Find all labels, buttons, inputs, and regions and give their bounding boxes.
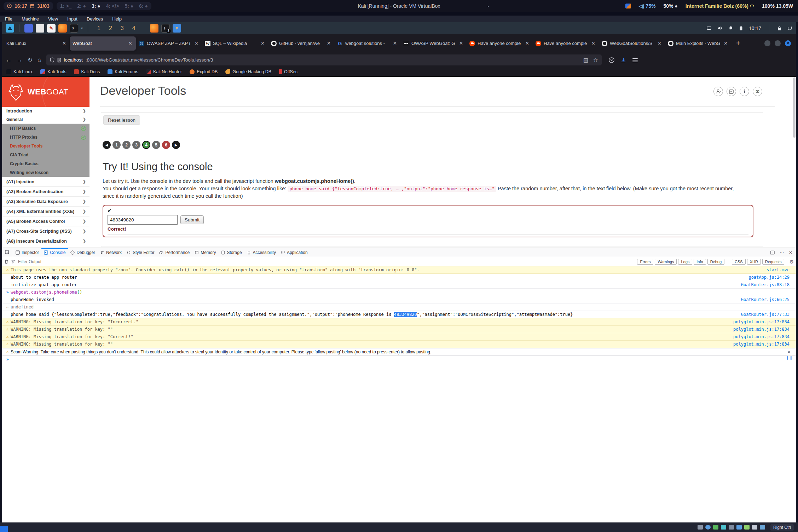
volume-tray-icon[interactable] <box>717 26 723 30</box>
chevron-down-icon[interactable]: ▾ <box>81 26 83 30</box>
sidebar-item-a8-insecure-deserialization[interactable]: (A8) Insecure Deserialization❯ <box>2 236 89 246</box>
tab-owasp-zap[interactable]: ◎ OWASP ZAP – ZAP i✕ <box>136 36 202 51</box>
file-manager-icon[interactable] <box>24 24 33 33</box>
notification-bell-icon[interactable] <box>728 26 733 30</box>
close-window-button[interactable]: ✕ <box>785 40 791 46</box>
source-link[interactable]: GoatRouter.js:66:25 <box>737 296 795 303</box>
workspace-2[interactable]: 2: ● <box>77 3 86 9</box>
reload-button[interactable]: ↻ <box>28 56 33 64</box>
bookmark-exploit-db[interactable]: Exploit-DB <box>190 69 218 74</box>
sidebar-item-http-proxies[interactable]: HTTP Proxies✔ <box>2 133 89 141</box>
page-button-3[interactable]: 3 <box>132 141 140 149</box>
menu-file[interactable]: File <box>5 16 12 22</box>
menu-devices[interactable]: Devices <box>87 16 103 22</box>
split-console-icon[interactable] <box>770 250 775 255</box>
tab-reddit-1[interactable]: Have anyone comple✕ <box>467 36 533 51</box>
devtools-close-icon[interactable]: ✕ <box>789 250 792 255</box>
source-link[interactable]: polyglot.min.js:17:834 <box>729 341 795 348</box>
bookmark-google-hacking-db[interactable]: Google Hacking DB <box>225 69 271 74</box>
text-editor-icon[interactable]: ✎ <box>47 24 56 33</box>
bookmark-kali-tools[interactable]: Kali Tools <box>40 69 66 74</box>
submit-button[interactable]: Submit <box>180 215 204 224</box>
page-button-6-danger[interactable]: 6 <box>162 141 170 149</box>
page-button-4-active[interactable]: 4 <box>142 141 150 149</box>
workspace-5[interactable]: 5: ● <box>125 3 133 9</box>
sidebar-item-a7-xss[interactable]: (A7) Cross-Site Scripting (XSS)❯ <box>2 226 89 236</box>
menu-view[interactable]: View <box>48 16 58 22</box>
tab-webgoat-active[interactable]: WebGoat✕ <box>70 36 136 51</box>
tab-close-icon[interactable]: ✕ <box>392 41 398 46</box>
tab-owasp-webgoat[interactable]: OWASP WebGoat: G✕ <box>400 36 467 51</box>
tab-console-active[interactable]: Console <box>41 248 68 257</box>
workspace-6[interactable]: 6: ● <box>139 3 148 9</box>
sidebar-item-crypto-basics[interactable]: Crypto Basics <box>2 159 89 168</box>
tab-network[interactable]: Network <box>98 248 124 257</box>
tab-accessibility[interactable]: Accessibility <box>244 248 278 257</box>
clear-console-icon[interactable] <box>4 259 8 264</box>
sidebar-item-a1-injection[interactable]: (A1) Injection❯ <box>2 177 89 187</box>
bookmark-kali-docs[interactable]: Kali Docs <box>74 69 100 74</box>
tab-storage[interactable]: Storage <box>219 248 244 257</box>
workspace-switcher[interactable]: 1: >_ 2: ● 3: ● 4: </> 5: ● 6: ● <box>57 2 151 10</box>
source-link[interactable]: polyglot.min.js:17:834 <box>729 326 795 333</box>
lock-screen-icon[interactable] <box>777 26 782 31</box>
menu-input[interactable]: Input <box>67 16 77 22</box>
guest-workspace-1[interactable]: 1 <box>97 25 100 31</box>
firefox-launcher-icon[interactable] <box>58 24 67 33</box>
contact-button[interactable]: ✉ <box>753 87 762 96</box>
source-link[interactable]: GoatRouter.js:88:18 <box>737 281 795 288</box>
tab-memory[interactable]: Memory <box>192 248 218 257</box>
kali-menu-button[interactable]: ⟁ <box>6 24 14 33</box>
next-page-button[interactable]: ▶ <box>172 141 180 149</box>
workspace-1[interactable]: 1: >_ <box>60 3 71 9</box>
dismiss-scam-warning-icon[interactable]: ✕ <box>783 348 795 355</box>
guest-workspace-3[interactable]: 3 <box>121 25 124 31</box>
home-button[interactable]: ⌂ <box>37 57 41 64</box>
filter-warnings-button[interactable]: Warnings <box>655 259 677 265</box>
console-prompt-row[interactable]: » <box>2 356 796 364</box>
tab-style-editor[interactable]: Style Editor <box>124 248 157 257</box>
page-button-2[interactable]: 2 <box>122 141 131 149</box>
filter-info-button[interactable]: Info <box>694 259 706 265</box>
tab-close-icon[interactable]: ✕ <box>458 41 464 46</box>
prev-page-button[interactable]: ◀ <box>103 141 111 149</box>
sidebar-item-a5-broken-access-control[interactable]: (A5) Broken Access Control❯ <box>2 216 89 226</box>
source-link[interactable]: GoatRouter.js:77:33 <box>737 311 795 318</box>
sidebar-item-general[interactable]: General❯ <box>2 115 89 124</box>
downloads-folder-icon[interactable]: ▼ <box>173 24 181 33</box>
devtools-meatball-menu-icon[interactable]: ⋯ <box>780 250 784 255</box>
source-link[interactable]: polyglot.min.js:17:834 <box>729 333 795 340</box>
network-tray-icon[interactable] <box>706 26 712 30</box>
pick-element-icon[interactable] <box>2 248 13 257</box>
site-info-lock-icon[interactable] <box>57 58 61 63</box>
filter-debug-button[interactable]: Debug <box>707 259 724 265</box>
pocket-icon[interactable] <box>609 57 614 63</box>
reset-lesson-button[interactable]: Reset lesson <box>103 115 140 125</box>
menu-help[interactable]: Help <box>112 16 122 22</box>
info-button[interactable]: ℹ <box>740 87 749 96</box>
minimize-button[interactable] <box>764 40 770 46</box>
menu-hamburger-icon[interactable] <box>632 58 638 62</box>
forward-button[interactable]: → <box>17 57 23 64</box>
sidebar-item-writing-new-lesson[interactable]: Writing new lesson <box>2 168 89 177</box>
tab-kali-linux[interactable]: Kali Linux✕ <box>4 36 70 51</box>
url-bar[interactable]: localhost:8080/WebGoat/start.mvc#lesson/… <box>46 54 602 65</box>
bookmark-offsec[interactable]: OffSec <box>279 69 297 74</box>
sidebar-item-a3-sensitive-data-exposure[interactable]: (A3) Sensitive Data Exposure❯ <box>2 197 89 207</box>
firefox-running-icon[interactable] <box>150 24 158 33</box>
user-menu-button[interactable] <box>713 87 723 96</box>
bookmark-star-icon[interactable]: ☆ <box>593 57 598 63</box>
sidebar-item-http-basics[interactable]: HTTP Basics✔ <box>2 124 89 133</box>
tab-close-icon[interactable]: ✕ <box>194 41 199 46</box>
tab-application[interactable]: Application <box>278 248 310 257</box>
page-button-5[interactable]: 5 <box>152 141 160 149</box>
tab-performance[interactable]: Performance <box>157 248 192 257</box>
tab-close-icon[interactable]: ✕ <box>326 41 331 46</box>
battery-icon[interactable] <box>739 26 743 31</box>
guest-workspace-2[interactable]: 2 <box>109 25 112 31</box>
bookmark-kali-nethunter[interactable]: Kali NetHunter <box>146 69 182 74</box>
tracking-shield-icon[interactable] <box>50 57 54 63</box>
filter-xhr-button[interactable]: XHR <box>747 259 761 265</box>
sidebar-item-cia-triad[interactable]: CIA Triad <box>2 150 89 159</box>
guest-workspace-4[interactable]: 4 <box>132 25 135 31</box>
